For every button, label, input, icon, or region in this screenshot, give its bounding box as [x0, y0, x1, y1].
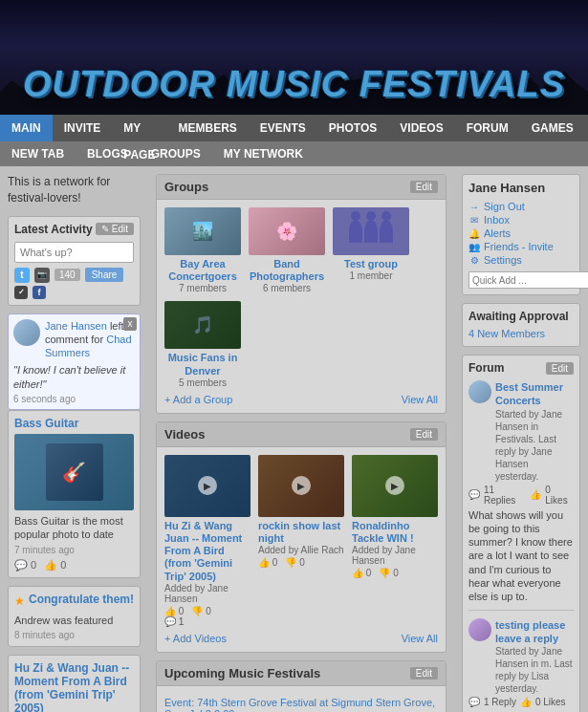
nav-forum[interactable]: FORUM [455, 115, 520, 141]
forum-post-title-1[interactable]: testing please leave a reply [495, 618, 574, 646]
group-name-1[interactable]: Band Photographers [249, 258, 325, 283]
video-thumb-2[interactable]: ▶ [352, 455, 438, 517]
groups-edit-btn[interactable]: Edit [410, 181, 438, 193]
group-members-1: 6 members [249, 283, 325, 293]
sign-out-link[interactable]: → Sign Out [468, 200, 574, 213]
forum-post-title-0[interactable]: Best Summer Concerts [495, 380, 574, 408]
add-group-link[interactable]: + Add a Group [164, 394, 232, 405]
star-icon: ★ [14, 594, 25, 608]
twitter-icon[interactable]: t [14, 268, 30, 283]
videos-box: Videos Edit ▶ Hu Zi & Wang Juan -- Momen… [156, 421, 446, 653]
video-item-0: ▶ Hu Zi & Wang Juan -- Moment From A Bir… [164, 455, 250, 627]
facebook-icon[interactable]: f [33, 286, 46, 299]
activity-user-avatar [13, 319, 40, 346]
video-play-icon-0[interactable]: ▶ [198, 476, 217, 495]
left-column: This is a network for festival-lovers! L… [0, 166, 148, 712]
videos-edit-btn[interactable]: Edit [410, 428, 438, 441]
video-likes-0: 👍 0 👎 0 [164, 606, 250, 616]
nav-members[interactable]: MEMBERS [166, 115, 248, 141]
whats-up-input[interactable] [14, 242, 134, 263]
videos-view-all-link[interactable]: View All [402, 633, 438, 644]
new-members-link[interactable]: 4 New Members [468, 328, 545, 339]
nav-invite[interactable]: INVITE [53, 115, 113, 141]
settings-link[interactable]: ⚙ Settings [468, 253, 574, 267]
reply-icon-0: 💬 [468, 489, 480, 500]
forum-avatar-1 [468, 618, 491, 641]
video-title-0[interactable]: Hu Zi & Wang Juan -- Moment From A Bird … [164, 520, 250, 583]
nav-videos[interactable]: VIDEOS [388, 115, 454, 141]
group-item-3: 🎵 Music Fans in Denver 5 members [164, 301, 241, 387]
video-thumb-0[interactable]: ▶ [164, 455, 250, 517]
forum-avatar-0 [468, 380, 491, 403]
gear-icon: ⚙ [468, 254, 480, 266]
videos-header: Videos Edit [157, 422, 446, 447]
bottom-nav: NEW TAB BLOGS GROUPS MY NETWORK [0, 141, 588, 166]
nav-groups[interactable]: GROUPS [140, 141, 212, 166]
sidebar-username: Jane Hansen [468, 181, 574, 195]
congratulate-title[interactable]: Congratulate them! [29, 593, 134, 606]
festivals-box: Upcoming Music Festivals Edit Event: 74t… [156, 660, 446, 712]
activity-close-btn[interactable]: x [123, 317, 137, 331]
nav-main[interactable]: MAIN [0, 115, 53, 141]
bass-guitar-likes: 💬 0 [14, 559, 36, 572]
activity-user-link[interactable]: Jane Hansen [45, 320, 107, 332]
group-members-0: 7 members [164, 283, 241, 293]
festivals-edit-btn[interactable]: Edit [410, 667, 438, 680]
friends-invite-link[interactable]: 👥 Friends - Invite [468, 240, 574, 253]
group-item-0: 🏙️ Bay Area Concertgoers 7 members [164, 207, 241, 293]
forum-post-1: testing please leave a reply Started by … [468, 618, 574, 712]
video-comments-0: 💬 1 [164, 616, 250, 627]
nav-photos[interactable]: PHOTOS [317, 115, 388, 141]
festivals-title: Upcoming Music Festivals [164, 666, 320, 680]
video-play-icon-1[interactable]: ▶ [292, 476, 311, 495]
forum-post-meta-0: Started by Jane Hansen in Festivals. Las… [495, 408, 574, 483]
latest-activity-edit-btn[interactable]: ✎ Edit [96, 223, 134, 235]
share-button[interactable]: Share [85, 268, 124, 282]
group-name-3[interactable]: Music Fans in Denver [164, 352, 241, 377]
forum-edit-btn[interactable]: Edit [546, 362, 574, 375]
forum-box: Forum Edit Best Summer Concerts Started … [462, 355, 580, 712]
group-name-2[interactable]: Test group [333, 258, 409, 270]
group-item-1: 🌸 Band Photographers 6 members [249, 207, 325, 293]
video-meta-2: Added by Jane Hansen [352, 545, 438, 566]
congratulate-post: ★ Congratulate them! Andrew was featured… [8, 586, 141, 647]
people-icon: 👥 [468, 241, 480, 252]
video-play-icon-2[interactable]: ▶ [385, 476, 404, 495]
quick-add-input[interactable] [468, 271, 588, 289]
alerts-link[interactable]: 🔔 Alerts [468, 227, 574, 240]
top-nav: MAIN INVITE MY PAGE MEMBERS EVENTS PHOTO… [0, 115, 588, 141]
video-meta-0: Added by Jane Hansen [164, 583, 250, 604]
group-thumb-3: 🎵 [164, 301, 241, 349]
hu-zi-title[interactable]: Hu Zi & Wang Juan -- Moment From A Bird … [14, 661, 134, 712]
group-name-0[interactable]: Bay Area Concertgoers [164, 258, 241, 283]
nav-mynetwork[interactable]: MY NETWORK [212, 141, 315, 166]
inbox-link[interactable]: ✉ Inbox [468, 213, 574, 227]
groups-header: Groups Edit [157, 175, 446, 200]
video-title-1[interactable]: rockin show last night [258, 520, 344, 545]
forum-post-0: Best Summer Concerts Started by Jane Han… [468, 380, 574, 611]
groups-box: Groups Edit 🏙️ Bay Area Concertgoers 7 m… [156, 174, 446, 414]
nav-mypage[interactable]: MY PAGE [112, 115, 166, 141]
videos-title: Videos [164, 427, 205, 442]
bass-guitar-title[interactable]: Bass Guitar [14, 417, 134, 430]
groups-view-all-link[interactable]: View All [402, 394, 438, 405]
video-title-2[interactable]: Ronaldinho Tackle WIN ! [352, 520, 438, 545]
activity-time: 6 seconds ago [13, 394, 135, 404]
envelope-icon: ✉ [468, 214, 480, 226]
camera-icon: 📷 [34, 268, 50, 283]
add-videos-link[interactable]: + Add Videos [164, 633, 227, 644]
video-thumb-1[interactable]: ▶ [258, 455, 344, 517]
group-thumb-0: 🏙️ [164, 207, 241, 255]
awaiting-approval-title: Awaiting Approval [468, 310, 574, 323]
activity-count: 140 [54, 269, 80, 281]
video-likes-1: 👍 0 👎 0 [258, 557, 344, 568]
nav-blogs[interactable]: BLOGS [76, 141, 140, 166]
forum-header: Forum Edit [468, 361, 574, 375]
nav-games[interactable]: GAMES [520, 115, 585, 141]
nav-newtab[interactable]: NEW TAB [0, 141, 76, 166]
site-header: OUTDOOR MUSIC FESTIVALS [0, 0, 588, 115]
latest-activity-box: Latest Activity ✎ Edit t 📷 140 Share ✓ f [8, 216, 141, 306]
groups-body: 🏙️ Bay Area Concertgoers 7 members 🌸 Ba [157, 200, 446, 413]
nav-events[interactable]: EVENTS [249, 115, 317, 141]
event-item-0[interactable]: Event: 74th Stern Grove Festival at Sigm… [164, 694, 438, 712]
